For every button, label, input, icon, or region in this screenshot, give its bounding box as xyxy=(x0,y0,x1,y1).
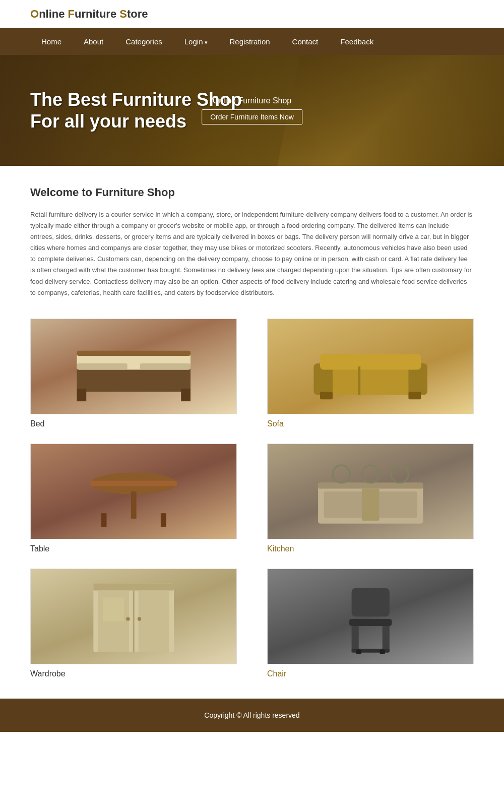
hero-section: The Best Furniture Shop For all your nee… xyxy=(0,55,504,166)
welcome-section: Welcome to Furniture Shop Retail furnitu… xyxy=(0,166,504,308)
svg-rect-15 xyxy=(131,491,137,519)
svg-rect-23 xyxy=(362,488,380,521)
welcome-body: Retail furniture delivery is a courier s… xyxy=(30,209,474,298)
nav-link-categories[interactable]: Categories xyxy=(114,28,173,55)
svg-rect-0 xyxy=(77,366,191,392)
product-item-wardrobe[interactable]: Wardrobe xyxy=(30,569,237,678)
svg-point-24 xyxy=(333,465,350,483)
product-image-bed xyxy=(30,319,237,414)
nav-link-login[interactable]: Login xyxy=(173,28,219,55)
order-now-button[interactable]: Order Furniture Items Now xyxy=(202,109,302,124)
product-item-chair[interactable]: Chair xyxy=(267,569,474,678)
logo-o: O xyxy=(30,8,39,20)
nav-item-feedback[interactable]: Feedback xyxy=(329,28,385,55)
hero-shop-title: Online Furniture Shop xyxy=(202,96,302,105)
svg-point-26 xyxy=(391,465,408,483)
main-nav: Home About Categories Login Registration… xyxy=(0,28,504,55)
product-label-bed: Bed xyxy=(30,419,237,428)
products-section: Bed Sofa Table Kitchen xyxy=(0,308,504,699)
nav-link-home[interactable]: Home xyxy=(30,28,73,55)
products-grid: Bed Sofa Table Kitchen xyxy=(30,319,474,678)
svg-rect-18 xyxy=(90,480,177,486)
svg-point-25 xyxy=(362,465,380,483)
welcome-heading: Welcome to Furniture Shop xyxy=(30,186,474,199)
product-image-chair xyxy=(267,569,474,664)
nav-link-about[interactable]: About xyxy=(73,28,114,55)
nav-item-home[interactable]: Home xyxy=(30,28,73,55)
svg-rect-4 xyxy=(77,389,86,401)
copyright-text: Copyright © All rights reserved xyxy=(204,711,299,719)
svg-rect-37 xyxy=(351,626,358,652)
svg-rect-6 xyxy=(77,350,191,355)
svg-rect-7 xyxy=(320,366,421,395)
nav-item-registration[interactable]: Registration xyxy=(219,28,281,55)
product-label-sofa: Sofa xyxy=(267,419,474,428)
product-label-chair: Chair xyxy=(267,669,474,678)
product-item-bed[interactable]: Bed xyxy=(30,319,237,428)
nav-link-contact[interactable]: Contact xyxy=(281,28,330,55)
svg-rect-28 xyxy=(93,583,174,590)
svg-rect-38 xyxy=(382,626,389,652)
svg-rect-2 xyxy=(77,363,127,369)
logo-f: F xyxy=(68,8,75,20)
product-label-wardrobe: Wardrobe xyxy=(30,669,237,678)
svg-rect-13 xyxy=(358,366,360,395)
nav-link-registration[interactable]: Registration xyxy=(219,28,281,55)
svg-rect-10 xyxy=(320,354,421,369)
svg-rect-12 xyxy=(408,392,421,399)
svg-rect-35 xyxy=(351,588,389,616)
product-image-wardrobe xyxy=(30,569,237,664)
product-item-sofa[interactable]: Sofa xyxy=(267,319,474,428)
product-item-table[interactable]: Table xyxy=(30,444,237,553)
nav-item-categories[interactable]: Categories xyxy=(114,28,173,55)
nav-item-login[interactable]: Login xyxy=(173,28,219,55)
site-footer: Copyright © All rights reserved xyxy=(0,699,504,732)
site-logo: Online Furniture Store xyxy=(30,8,148,21)
nav-item-about[interactable]: About xyxy=(73,28,114,55)
svg-point-33 xyxy=(138,617,142,621)
product-image-table xyxy=(30,444,237,539)
svg-rect-22 xyxy=(376,491,417,518)
nav-link-feedback[interactable]: Feedback xyxy=(329,28,385,55)
hero-line2: For all your needs xyxy=(30,111,186,132)
product-image-sofa xyxy=(267,319,474,414)
svg-rect-36 xyxy=(349,618,392,626)
hero-center: Online Furniture Shop Order Furniture It… xyxy=(202,96,302,124)
svg-rect-3 xyxy=(140,363,191,369)
nav-item-contact[interactable]: Contact xyxy=(281,28,330,55)
svg-rect-16 xyxy=(101,513,107,527)
product-label-kitchen: Kitchen xyxy=(267,544,474,553)
svg-rect-34 xyxy=(103,597,124,621)
site-header: Online Furniture Store xyxy=(0,0,504,28)
svg-rect-31 xyxy=(138,590,169,652)
svg-point-32 xyxy=(126,617,130,621)
product-label-table: Table xyxy=(30,544,237,553)
product-image-kitchen xyxy=(267,444,474,539)
logo-s: S xyxy=(119,8,127,20)
svg-rect-11 xyxy=(320,392,333,399)
svg-rect-17 xyxy=(161,513,166,527)
svg-rect-5 xyxy=(181,389,191,401)
svg-rect-21 xyxy=(324,491,364,518)
product-item-kitchen[interactable]: Kitchen xyxy=(267,444,474,553)
